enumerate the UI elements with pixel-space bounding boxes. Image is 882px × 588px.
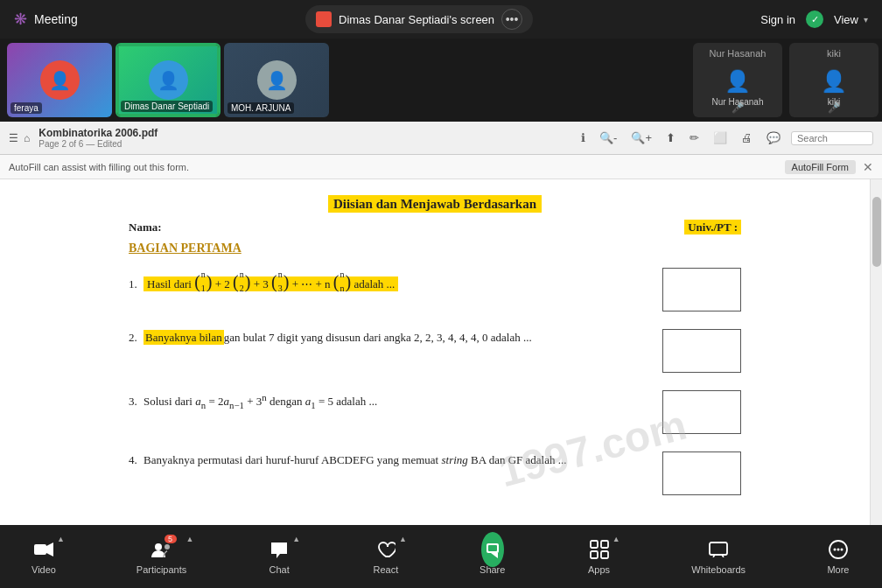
view-label: View: [834, 13, 858, 26]
pdf-header: Diisian dan Menjawab Berdasarkan: [129, 197, 741, 212]
chat-icon: [268, 538, 290, 561]
chevron-down-icon: ▾: [864, 15, 868, 24]
status-indicator: ✓: [806, 10, 823, 28]
pdf-file-info: Kombinatorika 2006.pdf Page 2 of 6 — Edi…: [38, 127, 158, 149]
toolbar-video[interactable]: ▲ Video: [18, 533, 70, 580]
pdf-zoom-out-button[interactable]: 🔍-: [596, 130, 620, 146]
pdf-back-icon[interactable]: ⌂: [24, 132, 30, 144]
svg-point-2: [155, 543, 162, 550]
screen-share-more-button[interactable]: •••: [501, 9, 522, 30]
person-icon: 👤: [266, 70, 288, 91]
pdf-header-highlighted: Diisian dan Menjawab Berdasarkan: [328, 195, 542, 213]
svg-point-15: [833, 549, 836, 551]
apps-icon: [588, 538, 611, 561]
pdf-scrollbar[interactable]: [870, 179, 882, 525]
pdf-comment-button[interactable]: 💬: [763, 130, 784, 146]
view-button[interactable]: View ▾: [834, 13, 868, 26]
svg-rect-6: [488, 545, 497, 551]
participants-icon: 5: [150, 538, 173, 561]
pdf-viewer-container: ☰ ⌂ Kombinatorika 2006.pdf Page 2 of 6 —…: [0, 122, 882, 525]
binom-n3: ( n3 ): [271, 268, 289, 296]
remote-tile-nur[interactable]: Nur Hasanah 👤 🎤 Nur Hasanah: [693, 43, 782, 117]
participants-label: Participants: [136, 564, 186, 575]
pdf-search-box[interactable]: [791, 131, 873, 145]
toolbar-chat[interactable]: ▲ Chat: [253, 533, 305, 580]
sign-in-button[interactable]: Sign in: [760, 13, 795, 26]
field-nama-label: Nama:: [129, 220, 162, 234]
nur-name-top: Nur Hasanah: [693, 48, 782, 59]
apps-label: Apps: [588, 564, 610, 575]
feraya-avatar: 👤: [40, 60, 80, 100]
pdf-print-button[interactable]: 🖨: [738, 130, 756, 146]
moh-name-tag: MOH. ARJUNA: [228, 102, 294, 114]
pdf-content: Diisian dan Menjawab Berdasarkan Nama: U…: [0, 179, 870, 525]
answer-box-2: [662, 329, 741, 373]
svg-rect-11: [710, 542, 727, 555]
pdf-pen-button[interactable]: ✏: [686, 130, 703, 146]
meeting-label: Meeting: [34, 12, 78, 26]
screen-share-pill[interactable]: Dimas Danar Septiadi's screen •••: [305, 5, 533, 33]
q1-highlight: Hasil dari ( n1 ) + 2 ( n2 ): [144, 276, 398, 291]
meeting-icon: ❋: [14, 10, 27, 29]
svg-point-16: [836, 549, 839, 551]
svg-rect-0: [34, 544, 46, 555]
participants-badge: 5: [164, 535, 177, 543]
more-label: More: [827, 564, 849, 575]
remote-tile-kiki[interactable]: kiki 👤 🎤 kiki: [789, 43, 878, 117]
participant-tile-feraya[interactable]: 👤 feraya: [7, 43, 112, 117]
field-univ-label: Univ./PT :: [684, 220, 741, 234]
video-caret-icon: ▲: [57, 535, 65, 543]
toolbar-more[interactable]: More: [812, 533, 864, 580]
toolbar-whiteboards[interactable]: Whiteboards: [679, 533, 758, 580]
answer-box-1: [662, 268, 741, 312]
whiteboard-icon: [707, 538, 730, 561]
pdf-crop-button[interactable]: ⬜: [710, 130, 731, 146]
pdf-info-button[interactable]: ℹ: [578, 130, 589, 146]
binom-nn: ( nn ): [333, 268, 351, 296]
question-2-text: 2. Banyaknya bilangan bulat 7 digit yang…: [129, 329, 662, 347]
feraya-name-tag: feraya: [10, 102, 42, 114]
pdf-content-wrapper: Diisian dan Menjawab Berdasarkan Nama: U…: [0, 179, 882, 525]
chat-caret-icon: ▲: [292, 535, 300, 543]
question-2-block: 2. Banyaknya bilangan bulat 7 digit yang…: [129, 329, 741, 373]
toolbar-apps[interactable]: ▲ Apps: [573, 533, 626, 580]
autofill-close-button[interactable]: ✕: [863, 160, 873, 174]
bottom-toolbar: ▲ Video ▲ 5 Participants ▲ Chat: [0, 525, 882, 588]
pdf-scrollbar-thumb[interactable]: [872, 197, 881, 267]
kiki-avatar-icon: 👤: [821, 69, 847, 94]
question-4-block: 4. Banyaknya permutasi dari huruf-huruf …: [129, 452, 741, 495]
question-3-block: 3. Solusi dari an = 2an−1 + 3n dengan a1…: [129, 390, 741, 434]
q2-highlight: Banyaknya bilan: [144, 330, 224, 345]
toolbar-react[interactable]: ▲ React: [360, 533, 412, 580]
binom-n2: ( n2 ): [233, 268, 250, 296]
svg-point-3: [164, 544, 170, 550]
question-1-block: 1. Hasil dari ( n1 ) + 2 ( n2: [129, 268, 741, 312]
checkmark-icon: ✓: [811, 14, 819, 25]
answer-box-4: [662, 452, 741, 495]
video-icon: [32, 538, 55, 561]
toolbar-share[interactable]: Share: [466, 533, 519, 580]
participant-tile-moh[interactable]: 👤 MOH. ARJUNA: [224, 43, 329, 117]
autofill-bar: AutoFill can assist with filling out thi…: [0, 155, 882, 179]
more-icon: [827, 538, 850, 561]
svg-rect-9: [591, 551, 598, 558]
pdf-nav-icon: ☰: [9, 132, 18, 144]
binom-n1: ( n1 ): [194, 268, 212, 296]
pdf-upload-button[interactable]: ⬆: [662, 130, 679, 146]
question-4-text: 4. Banyaknya permutasi dari huruf-huruf …: [129, 452, 662, 470]
svg-rect-10: [601, 551, 608, 558]
toolbar-participants[interactable]: ▲ 5 Participants: [124, 533, 199, 580]
pdf-toolbar-actions: ℹ 🔍- 🔍+ ⬆ ✏ ⬜ 🖨 💬: [578, 130, 873, 146]
svg-marker-1: [46, 542, 53, 556]
pdf-filename: Kombinatorika 2006.pdf: [38, 127, 158, 139]
remote-participants: Nur Hasanah 👤 🎤 Nur Hasanah kiki 👤 🎤 kik…: [690, 38, 882, 122]
pdf-zoom-in-button[interactable]: 🔍+: [627, 130, 655, 146]
apps-caret-icon: ▲: [612, 535, 620, 543]
kiki-name-top: kiki: [789, 48, 878, 59]
pdf-search-input[interactable]: [797, 133, 867, 144]
svg-marker-5: [491, 553, 498, 558]
video-label: Video: [32, 564, 56, 575]
participant-tile-dimas[interactable]: 👤 Dimas Danar Septiadi: [116, 43, 220, 117]
autofill-button[interactable]: AutoFill Form: [785, 160, 856, 174]
dimas-avatar: 👤: [149, 60, 188, 100]
